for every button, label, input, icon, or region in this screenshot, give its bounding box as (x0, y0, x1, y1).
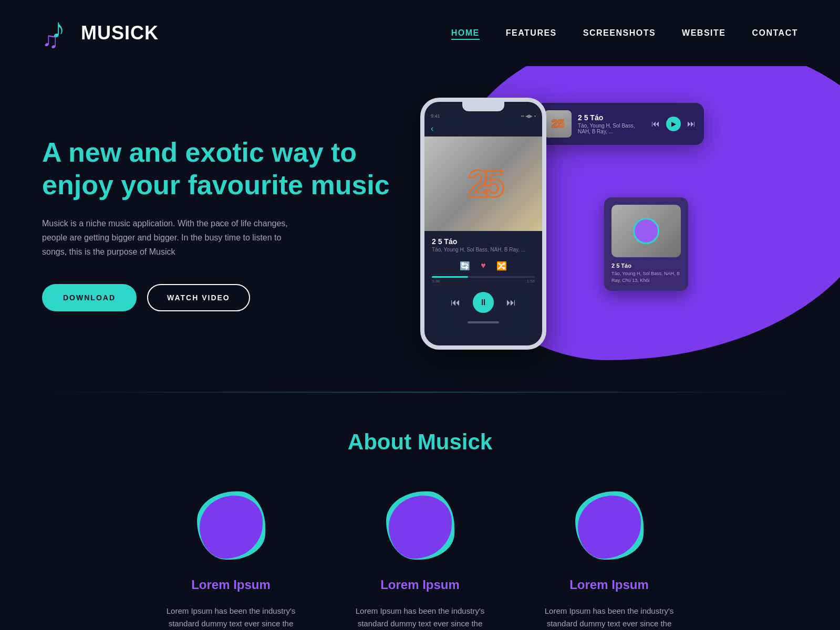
phone-song-title: 2 5 Táo (432, 237, 535, 246)
hero-title: A new and exotic way to enjoy your favou… (42, 136, 399, 202)
blob-icon-2 (381, 486, 460, 565)
section-divider (42, 392, 798, 393)
mini-player-card: 2 5 Táo Táo, Young H, Sol Bass, NAH, B R… (604, 197, 688, 291)
about-card-1: Lorem Ipsum Lorem Ipsum has been the ind… (158, 486, 305, 630)
logo-text: MUSICK (81, 22, 159, 44)
np-play-button[interactable]: ▶ (666, 117, 681, 131)
hero-phone-area: 25 2 5 Táo Táo, Young H, Sol Bass, NAH, … (399, 87, 704, 360)
logo-icon: ♪ ♫ (42, 15, 74, 51)
card-title-2: Lorem Ipsum (380, 578, 460, 592)
phone-play-button[interactable]: ⏸ (473, 292, 494, 313)
hero-section: A new and exotic way to enjoy your favou… (0, 66, 840, 392)
nav-link-screenshots[interactable]: SCREENSHOTS (583, 28, 656, 37)
phone-play-controls: ⏮ ⏸ ⏭ (424, 288, 542, 319)
about-cards: Lorem Ipsum Lorem Ipsum has been the ind… (42, 486, 798, 630)
card-desc-3: Lorem Ipsum has been the industry's stan… (536, 605, 683, 630)
np-prev-icon[interactable]: ⏮ (651, 119, 660, 129)
np-song-artists: Táo, Young H, Sol Bass, NAH, B Ray, ... (578, 123, 645, 134)
download-button[interactable]: DOWNLOAD (42, 284, 137, 311)
np-controls: ⏮ ▶ ⏭ (651, 117, 696, 131)
mini-thumb-circle (633, 218, 659, 244)
nav-item-contact[interactable]: CONTACT (752, 28, 798, 38)
navbar: ♪ ♫ MUSICK HOME FEATURES SCREENSHOTS WEB… (0, 0, 840, 66)
phone-time-current: 3:36 (432, 279, 440, 284)
mini-song-title: 2 5 Táo (611, 262, 681, 269)
hero-buttons: DOWNLOAD WATCH VIDEO (42, 284, 399, 311)
phone-time-total: 1:56 (526, 279, 535, 284)
nav-item-screenshots[interactable]: SCREENSHOTS (583, 28, 656, 38)
phone-controls-row: 🔄 ♥ 🔀 (424, 256, 542, 276)
phone-notch (462, 102, 504, 111)
phone-shuffle-icon[interactable]: 🔀 (496, 261, 507, 271)
mini-thumbnail (611, 205, 681, 257)
album-art-visual: 25 (468, 162, 499, 205)
logo-area: ♪ ♫ MUSICK (42, 15, 451, 51)
card-title-1: Lorem Ipsum (191, 578, 271, 592)
nav-item-features[interactable]: FEATURES (506, 28, 557, 38)
mini-song-artists: Táo, Young H, Sol Bass, NAH, B Ray, Chú … (611, 270, 681, 284)
phone-like-icon[interactable]: ♥ (481, 261, 486, 271)
blob-icon-1 (192, 486, 271, 565)
watch-video-button[interactable]: WATCH VIDEO (147, 284, 250, 311)
phone-progress-times: 3:36 1:56 (432, 279, 535, 284)
card-desc-2: Lorem Ipsum has been the industry's stan… (347, 605, 494, 630)
phone-next-button[interactable]: ⏭ (506, 297, 516, 308)
phone-repeat-icon[interactable]: 🔄 (460, 261, 470, 271)
np-thumbnail: 25 (544, 110, 572, 138)
phone-progress-bar-container: 3:36 1:56 (424, 276, 542, 284)
phone-song-artists: Táo, Young H, Sol Bass, NAH, B Ray, ... (432, 247, 535, 253)
nav-link-contact[interactable]: CONTACT (752, 28, 798, 37)
phone-status-bar: 9:41 ▪▪ ◀▶ ▪ (424, 111, 542, 121)
phone-progress-bar[interactable] (432, 276, 535, 278)
blob-icon-3 (570, 486, 649, 565)
card-desc-1: Lorem Ipsum has been the industry's stan… (158, 605, 305, 630)
hero-description: Musick is a niche music application. Wit… (42, 216, 305, 259)
phone-prev-button[interactable]: ⏮ (451, 297, 460, 308)
card-title-3: Lorem Ipsum (569, 578, 649, 592)
phone-time: 9:41 (431, 113, 440, 119)
np-song-title: 2 5 Táo (578, 113, 645, 122)
np-next-icon[interactable]: ⏭ (687, 119, 696, 129)
phone-back-button[interactable]: ‹ (424, 121, 542, 136)
phone-song-info: 2 5 Táo Táo, Young H, Sol Bass, NAH, B R… (424, 231, 542, 256)
now-playing-card: 25 2 5 Táo Táo, Young H, Sol Bass, NAH, … (536, 103, 704, 145)
about-section: About Musick Lorem Ipsum Lorem Ipsum has… (0, 393, 840, 630)
about-card-3: Lorem Ipsum Lorem Ipsum has been the ind… (536, 486, 683, 630)
phone-progress-fill (432, 276, 468, 278)
np-info: 2 5 Táo Táo, Young H, Sol Bass, NAH, B R… (578, 113, 645, 134)
nav-link-features[interactable]: FEATURES (506, 28, 557, 37)
about-section-title: About Musick (42, 429, 798, 455)
nav-links: HOME FEATURES SCREENSHOTS WEBSITE CONTAC… (451, 28, 798, 38)
about-card-2: Lorem Ipsum Lorem Ipsum has been the ind… (347, 486, 494, 630)
nav-item-home[interactable]: HOME (451, 28, 480, 38)
nav-item-website[interactable]: WEBSITE (682, 28, 725, 38)
phone-status-icons: ▪▪ ◀▶ ▪ (521, 113, 536, 119)
note-purple-icon: ♫ (42, 29, 59, 51)
phone-mockup: 9:41 ▪▪ ◀▶ ▪ ‹ 25 2 5 Táo Táo, Young H, … (420, 98, 546, 350)
nav-link-home[interactable]: HOME (451, 28, 480, 40)
phone-album-art: 25 (424, 136, 542, 231)
phone-home-indicator (468, 321, 499, 323)
nav-link-website[interactable]: WEBSITE (682, 28, 725, 37)
hero-content: A new and exotic way to enjoy your favou… (42, 136, 399, 311)
